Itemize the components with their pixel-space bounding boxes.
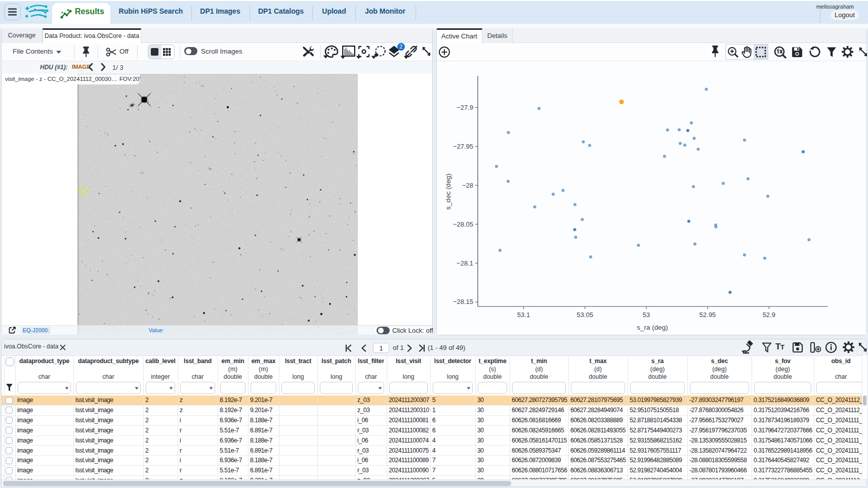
svg-text:s_ra (deg): s_ra (deg) [637,324,668,331]
svg-text:−28.1: −28.1 [457,259,473,267]
svg-text:53: 53 [643,311,650,319]
svg-text:52.9: 52.9 [763,311,775,319]
svg-text:−28.15: −28.15 [453,298,473,305]
svg-text:s_dec (deg): s_dec (deg) [444,173,452,209]
svg-text:−28.05: −28.05 [453,220,473,228]
svg-text:52.95: 52.95 [699,311,716,319]
svg-text:−28: −28 [462,182,473,189]
svg-text:53.05: 53.05 [576,311,593,319]
svg-text:−27.9: −27.9 [457,104,473,111]
svg-text:53.1: 53.1 [517,311,530,319]
svg-text:−27.95: −27.95 [453,143,473,150]
